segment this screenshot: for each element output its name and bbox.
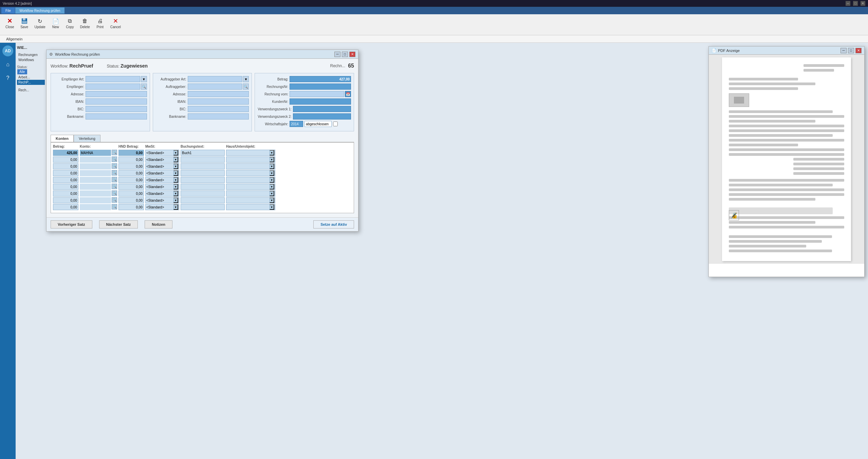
betrag-cell-7[interactable]: 0,00 xyxy=(53,197,78,203)
mwst-dropdown-0[interactable]: ▼ xyxy=(173,150,178,155)
konto-input-1[interactable] xyxy=(80,157,111,163)
side-panel-rechnungen[interactable]: Rechnungen xyxy=(17,52,45,57)
tab-konten[interactable]: Konten xyxy=(51,135,74,142)
haus-cell-3[interactable]: ▼ xyxy=(226,170,275,176)
hnd-betrag-cell-6[interactable]: 0,00 xyxy=(118,190,144,197)
hnd-betrag-cell-1[interactable]: 0,00 xyxy=(118,157,144,163)
betrag-cell-0[interactable]: 425,00 xyxy=(53,150,78,156)
haus-cell-2[interactable]: ▼ xyxy=(226,163,275,169)
empfaenger-input[interactable] xyxy=(86,84,140,90)
haus-dropdown-7[interactable]: ▼ xyxy=(270,198,274,203)
hnd-betrag-cell-0[interactable]: 0,00 xyxy=(118,150,144,156)
konto-search-btn-4[interactable]: 🔍 xyxy=(112,177,117,182)
haus-dropdown-8[interactable]: ▼ xyxy=(270,204,274,210)
save-button[interactable]: Save xyxy=(18,16,31,30)
cancel-button[interactable]: ✕ Cancel xyxy=(108,16,124,30)
verwendungszweck1-input[interactable] xyxy=(293,106,351,112)
konto-search-btn-2[interactable]: 🔍 xyxy=(112,163,117,169)
mwst-cell-2[interactable]: <Standard> ▼ xyxy=(145,163,179,169)
mwst-cell-1[interactable]: <Standard> ▼ xyxy=(145,157,179,163)
modal-close-button[interactable]: ✕ xyxy=(349,52,355,57)
konto-input-5[interactable] xyxy=(80,184,111,190)
buchungstext-input-6[interactable] xyxy=(181,190,225,197)
betrag-cell-2[interactable]: 0,00 xyxy=(53,163,78,169)
kundennr-input[interactable] xyxy=(290,98,351,105)
betrag-cell-3[interactable]: 0,00 xyxy=(53,170,78,176)
empfaenger-art-dropdown-btn[interactable]: ▼ xyxy=(141,76,147,82)
mwst-cell-6[interactable]: <Standard> ▼ xyxy=(145,190,179,197)
adresse-input-emp[interactable] xyxy=(86,91,147,97)
konto-input-2[interactable] xyxy=(80,163,111,169)
rechnung-vom-input[interactable] xyxy=(290,91,344,97)
konto-input-3[interactable] xyxy=(80,170,111,176)
minimize-button[interactable]: ─ xyxy=(846,1,850,6)
konto-search-btn-6[interactable]: 🔍 xyxy=(112,190,117,196)
bankname-input-emp[interactable] xyxy=(86,113,147,120)
modal-maximize-button[interactable]: □ xyxy=(342,52,348,57)
modal-minimize-button[interactable]: ─ xyxy=(334,52,340,57)
tab-verteilung[interactable]: Verteilung xyxy=(74,135,100,142)
empfaenger-search-btn[interactable]: 🔍 xyxy=(141,84,147,90)
betrag-cell-1[interactable]: 0,00 xyxy=(53,157,78,163)
hnd-betrag-cell-8[interactable]: 0,00 xyxy=(118,204,144,210)
haus-cell-1[interactable]: ▼ xyxy=(226,157,275,163)
betrag-cell-5[interactable]: 0,00 xyxy=(53,184,78,190)
haus-dropdown-5[interactable]: ▼ xyxy=(270,184,274,189)
haus-dropdown-0[interactable]: ▼ xyxy=(270,150,274,155)
wirtschaftsjahr-input[interactable] xyxy=(290,121,303,127)
mwst-dropdown-3[interactable]: ▼ xyxy=(173,170,178,176)
update-button[interactable]: ↻ Update xyxy=(32,16,48,30)
betrag-input[interactable] xyxy=(290,76,351,82)
prev-satz-button[interactable]: Vorheriger Satz xyxy=(51,220,92,228)
notizen-button[interactable]: Notizen xyxy=(145,220,172,228)
buchungstext-input-4[interactable] xyxy=(181,177,225,183)
buchungstext-input-7[interactable] xyxy=(181,197,225,203)
mwst-dropdown-5[interactable]: ▼ xyxy=(173,184,178,189)
mwst-dropdown-2[interactable]: ▼ xyxy=(173,164,178,169)
haus-dropdown-1[interactable]: ▼ xyxy=(270,157,274,162)
side-panel-active[interactable]: Rech... xyxy=(17,88,45,93)
auftraggeber-art-dropdown-btn[interactable]: ▼ xyxy=(243,76,249,82)
konto-search-btn-7[interactable]: 🔍 xyxy=(112,197,117,203)
hnd-betrag-cell-3[interactable]: 0,00 xyxy=(118,170,144,176)
konto-search-btn-3[interactable]: 🔍 xyxy=(112,170,117,176)
haus-dropdown-6[interactable]: ▼ xyxy=(270,191,274,196)
empfaenger-art-input[interactable] xyxy=(86,76,140,82)
new-button[interactable]: 📄 New xyxy=(49,16,62,30)
haus-dropdown-4[interactable]: ▼ xyxy=(270,177,274,183)
bic-input-ag[interactable] xyxy=(188,106,249,112)
konto-input-6[interactable] xyxy=(80,190,111,197)
auftraggeber-search-btn[interactable]: 🔍 xyxy=(243,84,249,90)
alle-button[interactable]: Alle xyxy=(17,69,27,74)
menu-allgemein[interactable]: Allgemein xyxy=(3,36,26,42)
auftraggeber-input[interactable] xyxy=(188,84,242,90)
konto-search-btn-5[interactable]: 🔍 xyxy=(112,184,117,189)
sidebar-home-button[interactable]: ⌂ xyxy=(2,59,13,70)
pdf-maximize-button[interactable]: □ xyxy=(848,48,854,53)
mwst-dropdown-8[interactable]: ▼ xyxy=(173,204,178,210)
konto-input-8[interactable] xyxy=(80,204,111,210)
konto-input-7[interactable] xyxy=(80,197,111,203)
hnd-betrag-cell-4[interactable]: 0,00 xyxy=(118,177,144,183)
mwst-cell-5[interactable]: <Standard> ▼ xyxy=(145,184,179,190)
haus-cell-4[interactable]: ▼ xyxy=(226,177,275,183)
next-satz-button[interactable]: Nächster Satz xyxy=(99,220,138,228)
setze-aktiv-button[interactable]: Setze auf Aktiv xyxy=(313,220,354,228)
hnd-betrag-cell-5[interactable]: 0,00 xyxy=(118,184,144,190)
auftraggeber-art-input[interactable] xyxy=(188,76,242,82)
haus-dropdown-2[interactable]: ▼ xyxy=(270,164,274,169)
mwst-dropdown-4[interactable]: ▼ xyxy=(173,177,178,183)
sidebar-help-button[interactable]: ? xyxy=(2,73,13,84)
buchungstext-input-1[interactable] xyxy=(181,157,225,163)
rechnungsnr-input[interactable] xyxy=(290,84,351,90)
copy-button[interactable]: ⧉ Copy xyxy=(63,16,77,30)
konto-input-4[interactable] xyxy=(80,177,111,183)
hnd-betrag-cell-2[interactable]: 0,00 xyxy=(118,163,144,169)
delete-button[interactable]: 🗑 Delete xyxy=(77,16,93,30)
pdf-minimize-button[interactable]: ─ xyxy=(841,48,847,53)
iban-input-ag[interactable] xyxy=(188,98,249,105)
iban-input-emp[interactable] xyxy=(86,98,147,105)
konto-search-btn-1[interactable]: 🔍 xyxy=(112,157,117,162)
buchungstext-input-8[interactable] xyxy=(181,204,225,210)
mwst-cell-7[interactable]: <Standard> ▼ xyxy=(145,197,179,203)
